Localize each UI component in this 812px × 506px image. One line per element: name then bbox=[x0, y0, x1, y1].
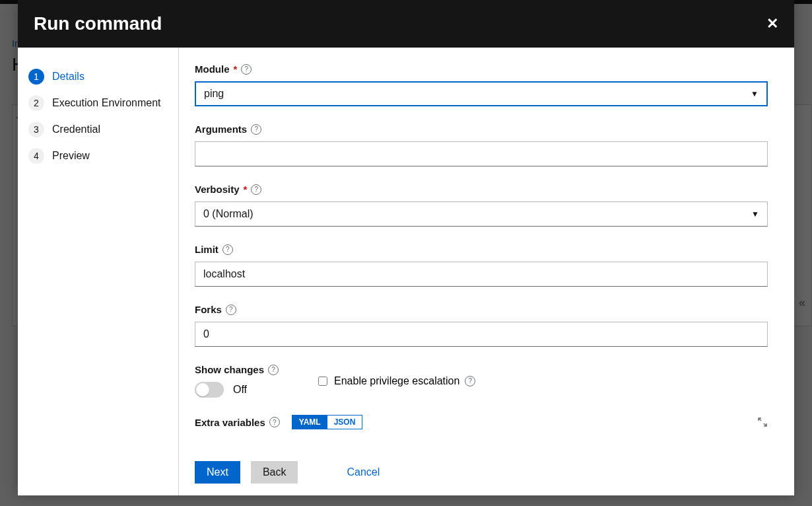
module-select[interactable]: ping ▼ bbox=[195, 81, 768, 106]
privilege-escalation-label: Enable privilege escalation bbox=[334, 375, 459, 387]
step-label: Credential bbox=[52, 124, 100, 135]
step-number: 1 bbox=[28, 69, 44, 85]
format-toggle: YAML JSON bbox=[292, 415, 363, 429]
verbosity-label-row: Verbosity * ? bbox=[195, 184, 768, 195]
step-label: Preview bbox=[52, 150, 90, 162]
help-icon[interactable]: ? bbox=[465, 376, 475, 386]
extra-variables-label-row: Extra variables ? bbox=[195, 417, 280, 428]
arguments-label: Arguments bbox=[195, 124, 247, 135]
next-button[interactable]: Next bbox=[195, 461, 240, 484]
verbosity-label: Verbosity bbox=[195, 184, 240, 195]
step-label: Execution Environment bbox=[52, 97, 161, 109]
show-changes-label-row: Show changes ? bbox=[195, 364, 279, 375]
module-label: Module bbox=[195, 63, 230, 75]
form-area: Module * ? ping ▼ Arguments ? bbox=[179, 48, 794, 495]
form-scroll[interactable]: Module * ? ping ▼ Arguments ? bbox=[179, 48, 794, 449]
modal-footer: Next Back Cancel bbox=[179, 449, 794, 495]
help-icon[interactable]: ? bbox=[226, 305, 236, 315]
options-row: Show changes ? Off Enabl bbox=[195, 364, 768, 398]
limit-group: Limit ? bbox=[195, 244, 768, 287]
privilege-escalation-group: Enable privilege escalation ? bbox=[318, 364, 475, 398]
expand-icon[interactable] bbox=[757, 417, 768, 427]
chevron-down-icon: ▼ bbox=[751, 89, 759, 98]
toggle-state-text: Off bbox=[233, 384, 247, 396]
verbosity-value: 0 (Normal) bbox=[203, 208, 254, 220]
extra-variables-group: Extra variables ? YAML JSON bbox=[195, 415, 768, 429]
help-icon[interactable]: ? bbox=[222, 244, 233, 255]
step-number: 2 bbox=[28, 95, 44, 111]
run-command-modal: Run command ✕ 1 Details 2 Execution Envi… bbox=[18, 0, 794, 495]
chevron-down-icon: ▼ bbox=[751, 209, 759, 219]
back-button[interactable]: Back bbox=[251, 461, 298, 484]
privilege-escalation-checkbox[interactable] bbox=[318, 377, 327, 386]
show-changes-label: Show changes bbox=[195, 364, 264, 375]
module-value: ping bbox=[204, 88, 224, 100]
extra-variables-left: Extra variables ? YAML JSON bbox=[195, 415, 362, 429]
verbosity-group: Verbosity * ? 0 (Normal) ▼ bbox=[195, 184, 768, 227]
json-toggle[interactable]: JSON bbox=[327, 416, 362, 429]
close-icon: ✕ bbox=[766, 15, 778, 32]
extra-variables-header: Extra variables ? YAML JSON bbox=[195, 415, 768, 429]
help-icon[interactable]: ? bbox=[268, 365, 279, 375]
forks-group: Forks ? bbox=[195, 304, 768, 347]
wizard-step-credential[interactable]: 3 Credential bbox=[28, 116, 168, 143]
close-button[interactable]: ✕ bbox=[766, 15, 778, 32]
arguments-group: Arguments ? bbox=[195, 124, 768, 166]
limit-label-row: Limit ? bbox=[195, 244, 768, 255]
step-label: Details bbox=[52, 71, 85, 83]
arguments-label-row: Arguments ? bbox=[195, 124, 768, 135]
cancel-button[interactable]: Cancel bbox=[335, 461, 391, 484]
show-changes-group: Show changes ? Off bbox=[195, 364, 279, 398]
help-icon[interactable]: ? bbox=[269, 417, 280, 427]
module-group: Module * ? ping ▼ bbox=[195, 63, 768, 106]
modal-title: Run command bbox=[34, 13, 162, 34]
step-number: 4 bbox=[28, 148, 44, 164]
wizard-step-details[interactable]: 1 Details bbox=[28, 63, 168, 90]
limit-input[interactable] bbox=[195, 262, 768, 287]
show-changes-toggle[interactable] bbox=[195, 382, 224, 398]
help-icon[interactable]: ? bbox=[251, 124, 261, 135]
help-icon[interactable]: ? bbox=[241, 64, 252, 75]
limit-label: Limit bbox=[195, 244, 219, 255]
wizard-nav: 1 Details 2 Execution Environment 3 Cred… bbox=[18, 48, 179, 495]
yaml-toggle[interactable]: YAML bbox=[292, 416, 327, 429]
forks-label: Forks bbox=[195, 304, 222, 315]
module-label-row: Module * ? bbox=[195, 63, 768, 75]
modal-header: Run command ✕ bbox=[18, 0, 794, 48]
verbosity-select[interactable]: 0 (Normal) ▼ bbox=[195, 201, 768, 227]
help-icon[interactable]: ? bbox=[251, 184, 261, 195]
extra-variables-label: Extra variables bbox=[195, 417, 265, 428]
toggle-knob bbox=[196, 383, 209, 396]
show-changes-toggle-row: Off bbox=[195, 382, 279, 398]
arguments-input[interactable] bbox=[195, 141, 768, 166]
forks-input[interactable] bbox=[195, 322, 768, 347]
required-indicator: * bbox=[234, 63, 238, 75]
privilege-escalation-label-row: Enable privilege escalation ? bbox=[334, 375, 475, 387]
wizard-step-execution-environment[interactable]: 2 Execution Environment bbox=[28, 90, 168, 116]
wizard-step-preview[interactable]: 4 Preview bbox=[28, 143, 168, 169]
forks-label-row: Forks ? bbox=[195, 304, 768, 315]
modal-body: 1 Details 2 Execution Environment 3 Cred… bbox=[18, 48, 794, 495]
step-number: 3 bbox=[28, 122, 44, 137]
required-indicator: * bbox=[244, 184, 248, 195]
